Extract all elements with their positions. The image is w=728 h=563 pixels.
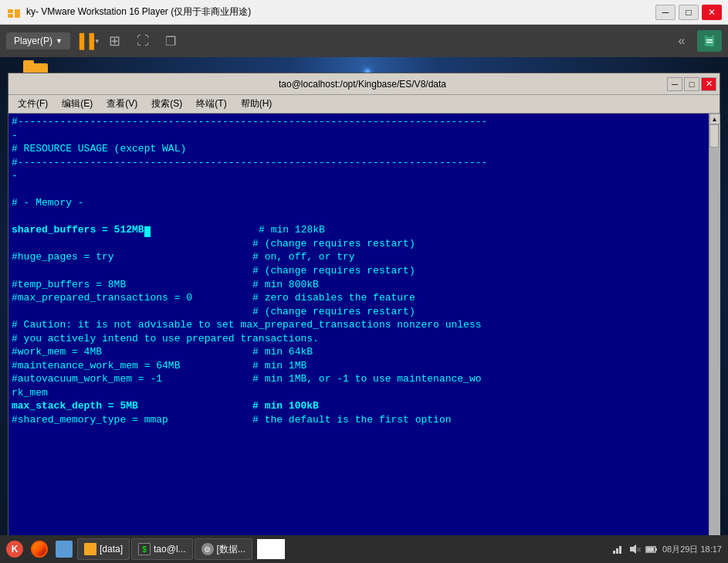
- menu-help[interactable]: 帮助(H): [235, 96, 279, 112]
- terminal-window: tao@localhost:/opt/Kingbase/ES/V8/data ─…: [8, 73, 720, 563]
- vm-fullscreen-button[interactable]: ⛶: [132, 30, 154, 52]
- taskbar-item-terminal-label: tao@l...: [154, 544, 186, 555]
- kylin-icon: K: [6, 541, 23, 558]
- svg-rect-2: [15, 9, 20, 18]
- svg-rect-0: [8, 9, 13, 13]
- svg-rect-9: [619, 546, 621, 554]
- taskbar-systray: )))) 08月29日 18:17: [608, 543, 725, 555]
- taskbar: K [data] $ tao@l... ⚙ [数据...: [0, 535, 728, 563]
- sound-icon: )))): [628, 543, 641, 555]
- title-bar: ky- VMware Workstation 16 Player (仅用于非商业…: [0, 0, 728, 25]
- terminal-title: tao@localhost:/opt/Kingbase/ES/V8/data: [58, 79, 667, 90]
- menu-terminal[interactable]: 终端(T): [190, 96, 232, 112]
- terminal-close-button[interactable]: ✕: [701, 77, 716, 91]
- svg-rect-14: [647, 548, 654, 551]
- scrollbar-thumb[interactable]: [709, 124, 719, 148]
- taskbar-item-settings[interactable]: ⚙ [数据...: [195, 538, 252, 560]
- vmware-logo-icon: [6, 5, 22, 20]
- svg-rect-8: [616, 548, 618, 554]
- send-ctrl-alt-del-button[interactable]: «: [671, 30, 692, 52]
- menu-edit[interactable]: 编辑(E): [56, 96, 99, 112]
- svg-rect-13: [655, 548, 657, 551]
- terminal-content[interactable]: #---------------------------------------…: [8, 114, 720, 547]
- datetime-display: 08月29日 18:17: [662, 544, 722, 555]
- svg-rect-4: [707, 34, 712, 37]
- firefox-icon: [31, 541, 48, 558]
- svg-marker-10: [630, 544, 636, 554]
- taskbar-item-settings-label: [数据...: [217, 543, 245, 556]
- clipboard-button[interactable]: [697, 30, 722, 52]
- vmware-window: ky- VMware Workstation 16 Player (仅用于非商业…: [0, 0, 728, 563]
- close-button[interactable]: ✕: [702, 5, 722, 20]
- terminal-title-bar: tao@localhost:/opt/Kingbase/ES/V8/data ─…: [8, 73, 720, 95]
- restore-button[interactable]: □: [679, 5, 699, 20]
- pause-icon: ▐▐: [74, 33, 94, 49]
- window-title: ky- VMware Workstation 16 Player (仅用于非商业…: [26, 5, 655, 19]
- window-controls: ─ □ ✕: [655, 5, 722, 20]
- taskbar-item-data[interactable]: [data]: [77, 538, 130, 560]
- vmware-toolbar: Player(P) ▼ ▐▐ ▼ ⊞ ⛶ ❐ «: [0, 25, 728, 57]
- battery-icon: [645, 543, 658, 555]
- svg-rect-5: [706, 39, 713, 41]
- player-label: Player(P): [14, 36, 52, 46]
- terminal-scrollbar[interactable]: ▲ ▼: [709, 114, 720, 547]
- taskbar-terminal-icon: $: [138, 543, 151, 555]
- menu-view[interactable]: 查看(V): [100, 96, 144, 112]
- svg-rect-3: [705, 36, 714, 46]
- terminal-controls: ─ □ ✕: [667, 77, 716, 91]
- taskbar-kylin-launcher[interactable]: K: [3, 538, 26, 560]
- svg-text:)))): )))): [637, 547, 641, 551]
- pause-button[interactable]: ▐▐ ▼: [76, 30, 98, 52]
- menu-search[interactable]: 搜索(S): [145, 96, 188, 112]
- player-dropdown-icon: ▼: [56, 37, 63, 45]
- pause-dropdown-icon: ▼: [94, 38, 100, 45]
- svg-rect-1: [8, 14, 13, 18]
- scrollbar-up-button[interactable]: ▲: [709, 114, 720, 124]
- files-icon: [56, 541, 73, 558]
- menu-file[interactable]: 文件(F): [12, 96, 54, 112]
- vm-display-area: tao@localhost:/opt/Kingbase/ES/V8/data ─…: [0, 57, 728, 563]
- scrollbar-track[interactable]: [709, 124, 720, 536]
- minimize-button[interactable]: ─: [655, 5, 676, 20]
- svg-rect-7: [613, 551, 615, 554]
- player-menu-button[interactable]: Player(P) ▼: [6, 32, 70, 49]
- terminal-maximize-button[interactable]: □: [684, 77, 699, 91]
- taskbar-settings-icon: ⚙: [201, 543, 214, 555]
- taskbar-item-data-label: [data]: [100, 544, 123, 555]
- terminal-menu-bar: 文件(F) 编辑(E) 查看(V) 搜索(S) 终端(T) 帮助(H): [8, 95, 720, 114]
- clipboard-icon: [702, 33, 717, 49]
- vm-settings-icon-button[interactable]: ⊞: [104, 30, 126, 52]
- terminal-minimize-button[interactable]: ─: [667, 77, 682, 91]
- toolbar-right-area: «: [671, 30, 722, 52]
- network-status-icon: [611, 543, 624, 555]
- taskbar-firefox-launcher[interactable]: [28, 538, 51, 560]
- notification-box: [257, 539, 285, 559]
- vm-unity-button[interactable]: ❐: [160, 30, 181, 52]
- taskbar-item-terminal[interactable]: $ tao@l...: [131, 538, 193, 560]
- taskbar-folder-icon: [84, 543, 97, 555]
- svg-rect-6: [706, 42, 713, 43]
- taskbar-files-launcher[interactable]: [52, 538, 76, 560]
